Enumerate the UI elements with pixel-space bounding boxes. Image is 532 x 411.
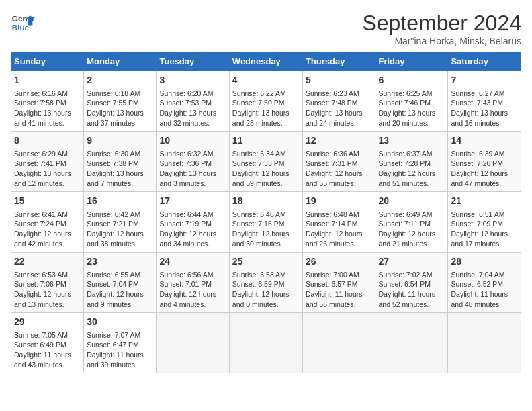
day-info-line: Daylight: 13 hours	[232, 108, 300, 118]
day-number: 24	[159, 255, 226, 269]
day-info-line: Sunset: 7:38 PM	[87, 158, 153, 169]
day-info-line: Sunset: 7:21 PM	[87, 219, 153, 229]
logo: General Blue	[11, 11, 35, 35]
day-info-line: Sunrise: 6:42 AM	[87, 210, 153, 220]
day-info-line: and 20 minutes.	[378, 118, 445, 128]
day-info-line: Sunset: 7:50 PM	[232, 98, 300, 108]
day-number: 27	[378, 255, 445, 269]
day-cell-6: 6Sunrise: 6:25 AMSunset: 7:46 PMDaylight…	[375, 71, 448, 132]
day-info-line: Sunrise: 6:36 AM	[306, 149, 373, 159]
day-info-line: Daylight: 12 hours	[451, 169, 518, 179]
day-info-line: and 3 minutes.	[159, 179, 226, 189]
day-cell-3: 3Sunrise: 6:20 AMSunset: 7:53 PMDaylight…	[157, 71, 229, 132]
day-info-line: and 4 minutes.	[159, 300, 226, 310]
day-info-line: and 38 minutes.	[87, 239, 153, 249]
day-cell-15: 15Sunrise: 6:41 AMSunset: 7:24 PMDayligh…	[11, 192, 84, 253]
day-info-line: Daylight: 13 hours	[87, 108, 153, 118]
col-header-wednesday: Wednesday	[229, 52, 302, 71]
day-info-line: and 59 minutes.	[232, 179, 300, 189]
day-info-line: Daylight: 11 hours	[306, 289, 373, 300]
day-number: 2	[87, 74, 153, 87]
week-row-1: 1Sunrise: 6:16 AMSunset: 7:58 PMDaylight…	[11, 71, 521, 132]
day-info-line: Daylight: 12 hours	[87, 229, 153, 239]
empty-cell	[229, 313, 302, 373]
day-info-line: Sunset: 7:06 PM	[14, 279, 81, 289]
day-info-line: Sunset: 7:55 PM	[87, 98, 153, 108]
day-info-line: Sunset: 6:54 PM	[378, 279, 445, 289]
logo-icon: General Blue	[11, 11, 35, 35]
day-info-line: Sunrise: 6:41 AM	[14, 210, 81, 220]
week-row-2: 8Sunrise: 6:29 AMSunset: 7:41 PMDaylight…	[11, 132, 521, 192]
day-info-line: Sunrise: 6:44 AM	[159, 210, 226, 220]
week-row-5: 29Sunrise: 7:05 AMSunset: 6:49 PMDayligh…	[11, 313, 521, 373]
day-info-line: Sunrise: 6:49 AM	[378, 210, 445, 220]
calendar-table: SundayMondayTuesdayWednesdayThursdayFrid…	[11, 52, 521, 373]
day-cell-14: 14Sunrise: 6:39 AMSunset: 7:26 PMDayligh…	[448, 132, 521, 192]
day-info-line: Sunset: 7:26 PM	[451, 158, 518, 169]
col-header-monday: Monday	[84, 52, 157, 71]
day-info-line: Sunset: 6:49 PM	[14, 340, 81, 350]
day-info-line: Sunrise: 6:23 AM	[306, 89, 373, 99]
day-info-line: Daylight: 11 hours	[87, 350, 153, 360]
day-cell-22: 22Sunrise: 6:53 AMSunset: 7:06 PMDayligh…	[11, 253, 84, 313]
day-info-line: Sunset: 7:33 PM	[232, 158, 300, 169]
day-info-line: Daylight: 12 hours	[87, 289, 153, 300]
week-row-3: 15Sunrise: 6:41 AMSunset: 7:24 PMDayligh…	[11, 192, 521, 253]
header-row: SundayMondayTuesdayWednesdayThursdayFrid…	[11, 52, 521, 71]
empty-cell	[157, 313, 229, 373]
day-info-line: and 17 minutes.	[451, 239, 518, 249]
col-header-sunday: Sunday	[11, 52, 84, 71]
day-cell-1: 1Sunrise: 6:16 AMSunset: 7:58 PMDaylight…	[11, 71, 84, 132]
col-header-saturday: Saturday	[448, 52, 521, 71]
day-info-line: and 56 minutes.	[306, 300, 373, 310]
day-cell-2: 2Sunrise: 6:18 AMSunset: 7:55 PMDaylight…	[84, 71, 157, 132]
day-info-line: and 13 minutes.	[14, 300, 81, 310]
empty-cell	[302, 313, 375, 373]
day-info-line: Sunset: 6:59 PM	[232, 279, 300, 289]
day-cell-20: 20Sunrise: 6:49 AMSunset: 7:11 PMDayligh…	[375, 192, 448, 253]
day-info-line: Sunrise: 6:25 AM	[378, 89, 445, 99]
day-info-line: and 21 minutes.	[378, 239, 445, 249]
day-info-line: Daylight: 12 hours	[159, 229, 226, 239]
day-info-line: Daylight: 13 hours	[378, 108, 445, 118]
day-info-line: and 26 minutes.	[306, 239, 373, 249]
col-header-thursday: Thursday	[302, 52, 375, 71]
day-info-line: Daylight: 12 hours	[14, 289, 81, 300]
day-number: 6	[378, 74, 445, 87]
day-info-line: and 28 minutes.	[232, 118, 300, 128]
day-info-line: Daylight: 11 hours	[451, 289, 518, 300]
day-info-line: Daylight: 12 hours	[378, 229, 445, 239]
day-info-line: and 48 minutes.	[451, 300, 518, 310]
day-info-line: Sunset: 7:11 PM	[378, 219, 445, 229]
day-cell-13: 13Sunrise: 6:37 AMSunset: 7:28 PMDayligh…	[375, 132, 448, 192]
day-info-line: and 52 minutes.	[378, 300, 445, 310]
day-info-line: and 55 minutes.	[306, 179, 373, 189]
day-number: 7	[451, 74, 518, 87]
page-header: General Blue September 2024 Mar"ina Hork…	[11, 11, 521, 46]
day-info-line: Sunset: 7:19 PM	[159, 219, 226, 229]
day-info-line: and 41 minutes.	[14, 118, 81, 128]
day-number: 12	[306, 134, 373, 148]
day-info-line: Sunrise: 7:05 AM	[14, 330, 81, 340]
location-subtitle: Mar"ina Horka, Minsk, Belarus	[362, 36, 521, 46]
day-number: 4	[232, 74, 300, 87]
day-number: 17	[159, 195, 226, 208]
day-number: 1	[14, 74, 81, 87]
day-info-line: Sunset: 7:24 PM	[14, 219, 81, 229]
day-info-line: Sunset: 7:28 PM	[378, 158, 445, 169]
day-info-line: Daylight: 12 hours	[232, 289, 300, 300]
day-cell-18: 18Sunrise: 6:46 AMSunset: 7:16 PMDayligh…	[229, 192, 302, 253]
day-cell-17: 17Sunrise: 6:44 AMSunset: 7:19 PMDayligh…	[157, 192, 229, 253]
day-info-line: and 0 minutes.	[232, 300, 300, 310]
day-number: 25	[232, 255, 300, 269]
day-info-line: Sunset: 7:16 PM	[232, 219, 300, 229]
empty-cell	[448, 313, 521, 373]
day-info-line: Sunrise: 6:20 AM	[159, 89, 226, 99]
day-cell-28: 28Sunrise: 7:04 AMSunset: 6:52 PMDayligh…	[448, 253, 521, 313]
day-cell-5: 5Sunrise: 6:23 AMSunset: 7:48 PMDaylight…	[302, 71, 375, 132]
day-info-line: and 51 minutes.	[378, 179, 445, 189]
day-info-line: Daylight: 12 hours	[306, 169, 373, 179]
day-info-line: Sunset: 6:52 PM	[451, 279, 518, 289]
day-info-line: Sunrise: 7:00 AM	[306, 270, 373, 280]
day-info-line: Sunrise: 7:02 AM	[378, 270, 445, 280]
